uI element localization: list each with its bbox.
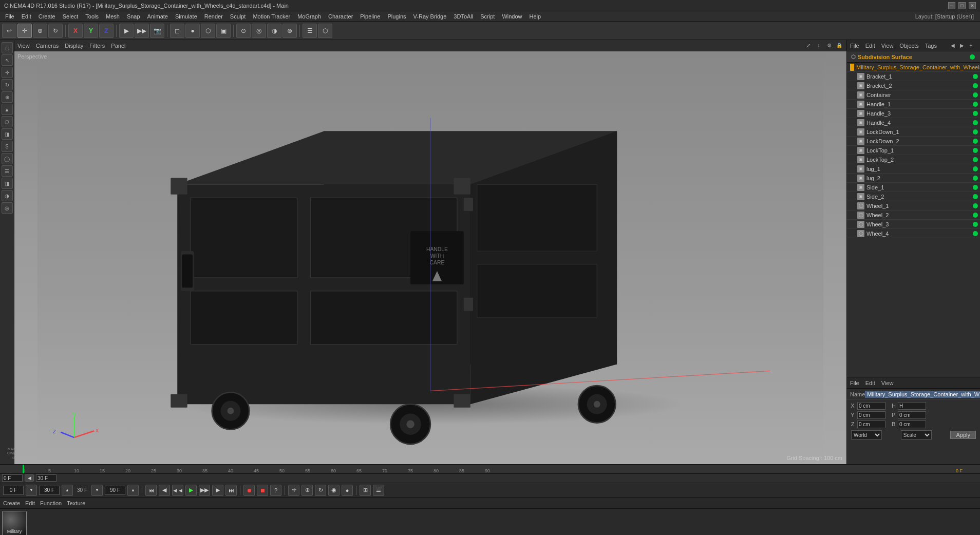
menu-motiontracker[interactable]: Motion Tracker bbox=[250, 12, 293, 21]
mat-menu-texture[interactable]: Texture bbox=[67, 500, 85, 506]
tool-edge-mode[interactable]: ⬡ bbox=[201, 24, 215, 38]
world-select[interactable]: World Object bbox=[851, 430, 882, 440]
obj-dot-handle4[interactable] bbox=[973, 120, 978, 125]
pb-list-icon[interactable]: ☰ bbox=[373, 485, 384, 496]
rp-menu-objects[interactable]: Objects bbox=[899, 43, 918, 49]
apply-button[interactable]: Apply bbox=[950, 431, 976, 439]
object-row-wheel2[interactable]: ◯ Wheel_2 bbox=[847, 211, 980, 220]
menu-help[interactable]: Help bbox=[526, 12, 544, 21]
pb-play-forward[interactable]: ▶ bbox=[185, 485, 197, 496]
sidebar-object-mode[interactable]: ◻ bbox=[2, 42, 13, 53]
object-row-handle4[interactable]: ▣ Handle_4 bbox=[847, 118, 980, 127]
pb-goto-end[interactable]: ⏭ bbox=[225, 485, 237, 496]
obj-dot-locktop1[interactable] bbox=[973, 148, 978, 153]
viewport-camera-icon[interactable]: ↕ bbox=[815, 42, 823, 50]
obj-dot-container[interactable] bbox=[973, 92, 978, 98]
object-row-locktop2[interactable]: ▣ LockTop_2 bbox=[847, 155, 980, 164]
object-row-container[interactable]: ▣ Container bbox=[847, 90, 980, 100]
rp-tab-add[interactable]: + bbox=[968, 43, 974, 48]
pb-help-btn[interactable]: ? bbox=[270, 485, 281, 496]
sidebar-scene[interactable]: $ bbox=[2, 141, 13, 152]
menu-file[interactable]: File bbox=[2, 12, 17, 21]
mat-menu-function[interactable]: Function bbox=[40, 500, 62, 506]
sidebar-primitives[interactable]: ▲ bbox=[2, 104, 13, 115]
obj-dot-wheel4[interactable] bbox=[973, 231, 978, 236]
object-row-handle1[interactable]: ▣ Handle_1 bbox=[847, 100, 980, 109]
pb-scale-icon[interactable]: ⊕ bbox=[301, 485, 313, 496]
maximize-button[interactable]: □ bbox=[958, 2, 966, 9]
menu-vraybridge[interactable]: V-Ray Bridge bbox=[410, 12, 450, 21]
object-row-main[interactable]: ▣ Military_Surplus_Storage_Container_wit… bbox=[847, 63, 980, 72]
tool-texture[interactable]: ⊙ bbox=[236, 24, 251, 38]
tool-render-pic[interactable]: 📷 bbox=[150, 24, 164, 38]
pb-btn-spinner-up2[interactable]: ▲ bbox=[62, 485, 73, 496]
playback-endframe-input[interactable] bbox=[105, 486, 125, 495]
pb-move-icon[interactable]: ✛ bbox=[288, 485, 299, 496]
viewport-canvas[interactable]: HANDLE WITH CARE bbox=[14, 51, 846, 464]
sidebar-scale[interactable]: ⊕ bbox=[2, 91, 13, 103]
object-row-wheel3[interactable]: ◯ Wheel_3 bbox=[847, 220, 980, 229]
pb-record-btn[interactable]: ⏺ bbox=[243, 485, 255, 496]
scale-select[interactable]: Scale bbox=[901, 430, 932, 440]
obj-dot-side1[interactable] bbox=[973, 185, 978, 190]
object-row-lug2[interactable]: ▣ lug_2 bbox=[847, 174, 980, 183]
menu-pipeline[interactable]: Pipeline bbox=[357, 12, 383, 21]
sidebar-character[interactable]: ◑ bbox=[2, 190, 13, 201]
object-row-wheel4[interactable]: ◯ Wheel_4 bbox=[847, 229, 980, 238]
window-controls[interactable]: ─ □ ✕ bbox=[948, 2, 976, 9]
rp-menu-file[interactable]: File bbox=[850, 43, 859, 49]
subdivision-surface-toggle[interactable] bbox=[970, 54, 975, 60]
pb-grid-icon[interactable]: ⊞ bbox=[360, 485, 371, 496]
attr-menu-edit[interactable]: Edit bbox=[865, 380, 875, 386]
mat-menu-edit[interactable]: Edit bbox=[25, 500, 35, 506]
rp-menu-edit[interactable]: Edit bbox=[865, 43, 875, 49]
tool-x-axis[interactable]: X bbox=[68, 24, 83, 38]
tool-z-axis[interactable]: Z bbox=[99, 24, 114, 38]
tool-rotate[interactable]: ↻ bbox=[48, 24, 63, 38]
viewport-menu-view[interactable]: View bbox=[17, 43, 30, 49]
object-row-locktop1[interactable]: ▣ LockTop_1 bbox=[847, 146, 980, 155]
object-row-handle3[interactable]: ▣ Handle_3 bbox=[847, 109, 980, 118]
menu-snap[interactable]: Snap bbox=[124, 12, 143, 21]
sidebar-rotate[interactable]: ↻ bbox=[2, 79, 13, 90]
pb-stop-btn[interactable]: ⏹ bbox=[257, 485, 268, 496]
menu-3dtoall[interactable]: 3DToAll bbox=[450, 12, 476, 21]
menu-create[interactable]: Create bbox=[35, 12, 59, 21]
tool-undo[interactable]: ↩ bbox=[2, 24, 16, 38]
minimize-button[interactable]: ─ bbox=[948, 2, 955, 9]
tool-point-mode[interactable]: ● bbox=[185, 24, 200, 38]
viewport-menu-display[interactable]: Display bbox=[65, 43, 83, 49]
pb-param-icon[interactable]: ◉ bbox=[328, 485, 340, 496]
obj-dot-wheel3[interactable] bbox=[973, 222, 978, 227]
pb-prev-frame[interactable]: ◀ bbox=[159, 485, 170, 496]
rp-menu-tags[interactable]: Tags bbox=[925, 43, 937, 49]
fps-input[interactable] bbox=[36, 474, 56, 482]
obj-dot-handle3[interactable] bbox=[973, 111, 978, 116]
menu-plugins[interactable]: Plugins bbox=[384, 12, 409, 21]
attr-menu-file[interactable]: File bbox=[850, 380, 859, 386]
pb-next-frame[interactable]: ▶ bbox=[212, 485, 223, 496]
tl-btn-1[interactable]: ◀ bbox=[25, 474, 34, 482]
sidebar-mograph[interactable]: ◨ bbox=[2, 178, 13, 189]
sidebar-generators[interactable]: ⬡ bbox=[2, 116, 13, 127]
viewport-menu-filters[interactable]: Filters bbox=[89, 43, 105, 49]
object-row-bracket2[interactable]: ▣ Bracket_2 bbox=[847, 81, 980, 90]
coord-z-input[interactable] bbox=[857, 421, 885, 428]
menu-animate[interactable]: Animate bbox=[144, 12, 171, 21]
menu-render[interactable]: Render bbox=[201, 12, 226, 21]
obj-dot-bracket2[interactable] bbox=[973, 83, 978, 88]
obj-dot-side2[interactable] bbox=[973, 194, 978, 199]
pb-btn-spinner3[interactable]: ▲ bbox=[127, 485, 139, 496]
pb-btn-spinner2[interactable]: ▼ bbox=[91, 485, 103, 496]
sidebar-effectors[interactable]: ◯ bbox=[2, 153, 13, 164]
coord-p-input[interactable] bbox=[898, 411, 926, 419]
obj-dot-locktop2[interactable] bbox=[973, 157, 978, 162]
viewport-menu-panel[interactable]: Panel bbox=[111, 43, 125, 49]
object-row-lug1[interactable]: ▣ lug_1 bbox=[847, 164, 980, 174]
playback-fps-input[interactable] bbox=[39, 486, 60, 495]
rp-tab-2[interactable]: ▶ bbox=[958, 43, 966, 48]
menu-simulate[interactable]: Simulate bbox=[172, 12, 200, 21]
close-button[interactable]: ✕ bbox=[969, 2, 976, 9]
object-row-lockdown1[interactable]: ▣ LockDown_1 bbox=[847, 127, 980, 137]
obj-dot-lug1[interactable] bbox=[973, 166, 978, 171]
